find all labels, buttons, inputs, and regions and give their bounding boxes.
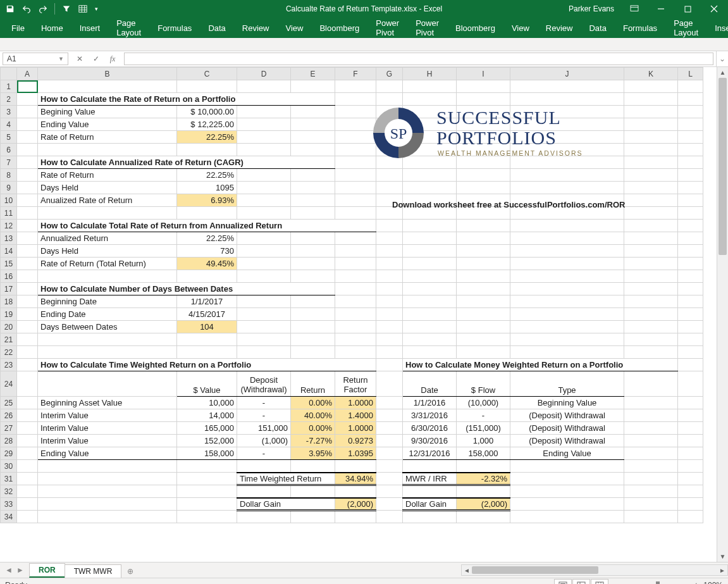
cell-I1[interactable] bbox=[457, 80, 510, 93]
minimize-icon[interactable] bbox=[650, 1, 672, 16]
cell-I2[interactable] bbox=[457, 93, 510, 106]
cell-F26[interactable]: 1.4000 bbox=[335, 409, 376, 422]
cell-L33[interactable] bbox=[678, 498, 703, 511]
qat-dropdown-icon[interactable]: ▾ bbox=[92, 1, 101, 16]
cell-H32[interactable] bbox=[403, 485, 457, 498]
ribbon-tab-home[interactable]: Home bbox=[34, 19, 71, 37]
cell-G12[interactable] bbox=[376, 220, 403, 232]
row-header[interactable]: 2 bbox=[1, 93, 17, 106]
cell-F5[interactable] bbox=[335, 131, 376, 144]
cell-B6[interactable] bbox=[38, 144, 177, 156]
cell-G1[interactable] bbox=[376, 80, 403, 93]
cell-A18[interactable] bbox=[17, 295, 38, 308]
cell-L19[interactable] bbox=[678, 308, 703, 321]
cell-D15[interactable] bbox=[237, 258, 291, 270]
cell-I10[interactable] bbox=[457, 194, 510, 207]
cell-H34[interactable] bbox=[403, 511, 457, 523]
cell-G29[interactable] bbox=[376, 447, 403, 460]
cell-G17[interactable] bbox=[376, 283, 403, 295]
cell-G34[interactable] bbox=[376, 511, 403, 523]
cell-A9[interactable] bbox=[17, 182, 38, 194]
cell-L7[interactable] bbox=[678, 156, 703, 169]
cell-K20[interactable] bbox=[624, 321, 678, 333]
cell-A13[interactable] bbox=[17, 232, 38, 245]
cell-B11[interactable] bbox=[38, 207, 177, 220]
horizontal-scrollbar[interactable]: ◄ ► bbox=[461, 564, 728, 576]
cell-K9[interactable] bbox=[624, 182, 678, 194]
cell-K34[interactable] bbox=[624, 511, 678, 523]
cell-B23[interactable]: How to Calculate Time Weighted Return on… bbox=[38, 359, 376, 371]
maximize-icon[interactable] bbox=[676, 1, 699, 16]
cell-H26[interactable]: 3/31/2016 bbox=[403, 409, 457, 422]
cell-C29[interactable]: 158,000 bbox=[177, 447, 237, 460]
cell-C1[interactable] bbox=[177, 80, 237, 93]
column-header[interactable]: L bbox=[678, 68, 703, 80]
cell-J4[interactable] bbox=[510, 118, 624, 131]
cell-K29[interactable] bbox=[624, 447, 678, 460]
row-header[interactable]: 33 bbox=[1, 498, 17, 511]
cell-K1[interactable] bbox=[624, 80, 678, 93]
fx-icon[interactable]: fx bbox=[105, 53, 120, 65]
cell-K10[interactable] bbox=[624, 194, 678, 207]
cell-L30[interactable] bbox=[678, 460, 703, 473]
cell-A24[interactable] bbox=[17, 371, 38, 397]
cell-D19[interactable] bbox=[237, 308, 291, 321]
cell-B21[interactable] bbox=[38, 333, 177, 346]
cell-J33[interactable] bbox=[510, 498, 624, 511]
cell-C10[interactable]: 6.93% bbox=[177, 194, 237, 207]
cell-D1[interactable] bbox=[237, 80, 291, 93]
cell-I34[interactable] bbox=[457, 511, 510, 523]
cell-B28[interactable]: Interim Value bbox=[38, 435, 177, 447]
cell-C20[interactable]: 104 bbox=[177, 321, 237, 333]
cell-H10[interactable] bbox=[403, 194, 457, 207]
ribbon-tab-power-pivot[interactable]: Power Pivot bbox=[368, 19, 407, 37]
cell-L8[interactable] bbox=[678, 169, 703, 182]
ribbon-tab-review[interactable]: Review bbox=[538, 19, 581, 37]
redo-icon[interactable] bbox=[35, 1, 51, 16]
cell-B2[interactable]: How to Calculate the Rate of Return on a… bbox=[38, 93, 335, 106]
cell-A32[interactable] bbox=[17, 485, 38, 498]
cell-D28[interactable]: (1,000) bbox=[237, 435, 291, 447]
row-header[interactable]: 1 bbox=[1, 80, 17, 93]
cell-G3[interactable] bbox=[376, 106, 403, 118]
cell-J28[interactable]: (Deposit) Withdrawal bbox=[510, 435, 624, 447]
row-header[interactable]: 14 bbox=[1, 245, 17, 258]
cell-A29[interactable] bbox=[17, 447, 38, 460]
sheet-nav-prev-icon[interactable]: ◄ bbox=[4, 566, 14, 575]
cell-B17[interactable]: How to Calculate Number of Days Between … bbox=[38, 283, 335, 295]
cell-A34[interactable] bbox=[17, 511, 38, 523]
cell-F16[interactable] bbox=[335, 270, 376, 283]
cell-A33[interactable] bbox=[17, 498, 38, 511]
cell-I24[interactable]: $ Flow bbox=[457, 371, 510, 397]
ribbon-tab-power-pivot[interactable]: Power Pivot bbox=[408, 19, 447, 37]
cell-K30[interactable] bbox=[624, 460, 678, 473]
new-sheet-icon[interactable]: ⊕ bbox=[121, 565, 140, 578]
cell-K4[interactable] bbox=[624, 118, 678, 131]
cell-A15[interactable] bbox=[17, 258, 38, 270]
zoom-level[interactable]: 100% bbox=[703, 581, 723, 584]
cell-G13[interactable] bbox=[376, 232, 403, 245]
cell-E8[interactable] bbox=[291, 169, 335, 182]
cell-F24[interactable]: Return Factor bbox=[335, 371, 376, 397]
cell-G32[interactable] bbox=[376, 485, 403, 498]
cell-H16[interactable] bbox=[403, 270, 457, 283]
cell-J7[interactable] bbox=[510, 156, 624, 169]
cell-B26[interactable]: Interim Value bbox=[38, 409, 177, 422]
cell-K19[interactable] bbox=[624, 308, 678, 321]
cell-E27[interactable]: 0.00% bbox=[291, 422, 335, 435]
cell-C8[interactable]: 22.25% bbox=[177, 169, 237, 182]
cell-C30[interactable] bbox=[177, 460, 237, 473]
cell-G19[interactable] bbox=[376, 308, 403, 321]
cell-E26[interactable]: 40.00% bbox=[291, 409, 335, 422]
cell-A16[interactable] bbox=[17, 270, 38, 283]
cell-B31[interactable] bbox=[38, 473, 177, 485]
cell-B32[interactable] bbox=[38, 485, 177, 498]
scroll-up-icon[interactable]: ▲ bbox=[717, 67, 728, 78]
cell-H22[interactable] bbox=[403, 346, 457, 359]
cell-C5[interactable]: 22.25% bbox=[177, 131, 237, 144]
cell-C15[interactable]: 49.45% bbox=[177, 258, 237, 270]
view-normal-icon[interactable] bbox=[554, 579, 572, 584]
column-header[interactable]: K bbox=[624, 68, 678, 80]
cell-K15[interactable] bbox=[624, 258, 678, 270]
cell-D33[interactable]: Dollar Gain bbox=[237, 498, 335, 511]
